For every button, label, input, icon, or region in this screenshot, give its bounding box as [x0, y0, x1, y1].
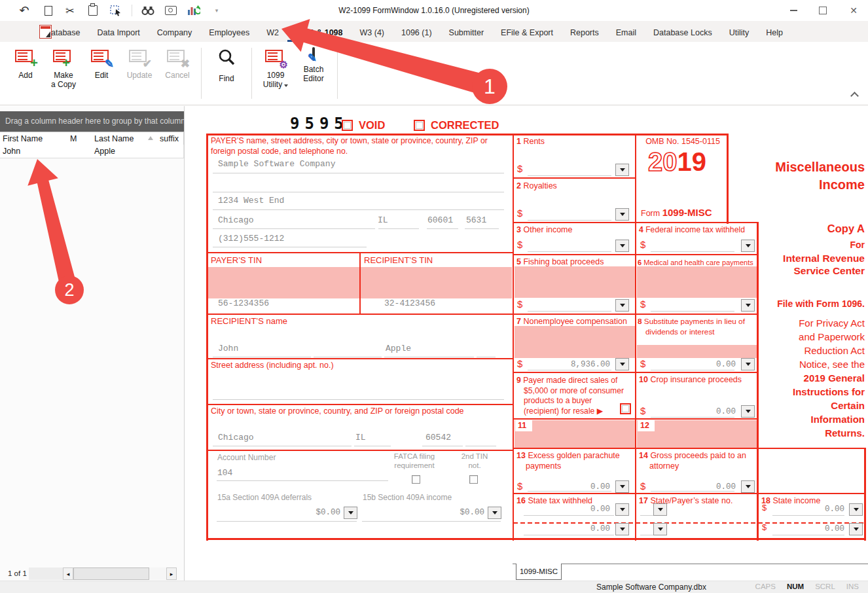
payer-name-value[interactable]: Sample Software Company [218, 159, 335, 169]
box16-dropdown-row2[interactable] [615, 523, 629, 535]
box8-dropdown[interactable] [741, 358, 755, 370]
recipient-tin-value[interactable]: 32-4123456 [384, 298, 435, 308]
tab-company[interactable]: Company [149, 23, 201, 42]
box1-dropdown[interactable] [615, 164, 629, 176]
utility-1099-button[interactable]: ⚙ 1099Utility [257, 46, 295, 89]
box5-dropdown[interactable] [615, 299, 629, 312]
payer-zip-value[interactable]: 60601 [427, 215, 453, 225]
payer-phone-value[interactable]: (312)555-1212 [218, 234, 284, 243]
box15a-value[interactable]: $0.00 [281, 508, 340, 517]
box18-dropdown-row2[interactable] [849, 523, 863, 535]
box15a-dropdown[interactable] [344, 507, 357, 519]
edit-button[interactable]: ✎ Edit [82, 46, 120, 80]
select-icon[interactable] [109, 3, 123, 18]
add-button[interactable]: + Add [7, 46, 45, 80]
copy-form-icon: + [53, 48, 74, 66]
navigator-scrollbar-thumb[interactable] [73, 567, 149, 580]
navigator-track[interactable] [149, 567, 166, 580]
privacy-notice: For Privacy Act and Paperwork Reduction … [760, 316, 865, 440]
corrected-checkbox[interactable] [414, 120, 425, 131]
box16-value-row2[interactable]: 0.00 [522, 524, 610, 533]
tab-email[interactable]: Email [607, 23, 645, 42]
box17-dropdown-row2[interactable] [653, 523, 667, 535]
box14-value[interactable]: 0.00 [647, 482, 736, 492]
box18-dropdown-row1[interactable] [849, 503, 863, 516]
box3-dropdown[interactable] [615, 240, 629, 252]
minimize-button[interactable] [778, 0, 808, 21]
tab-w3[interactable]: W3 (4) [352, 23, 393, 42]
void-checkbox[interactable] [342, 120, 353, 131]
recipient-state-value[interactable]: IL [355, 433, 366, 442]
tab-1096[interactable]: 1096 (1) [393, 23, 441, 42]
box4-dropdown[interactable] [741, 240, 755, 252]
box13-dropdown[interactable] [615, 480, 629, 493]
grid-cell-last-name[interactable]: Apple [92, 145, 158, 158]
box10-dropdown[interactable] [741, 405, 755, 418]
tab-submitter[interactable]: Submitter [441, 23, 493, 42]
payer-tin-value[interactable]: 56-1234356 [218, 298, 269, 308]
box18-value-row2[interactable]: 0.00 [778, 524, 844, 533]
maximize-button[interactable] [808, 0, 838, 21]
payer-zip4-value[interactable]: 5631 [466, 215, 486, 225]
payer-street-value[interactable]: 1234 West End [218, 196, 284, 206]
find-button[interactable]: Find [206, 46, 247, 83]
grid-cell-suffix[interactable] [157, 145, 184, 158]
close-button[interactable]: ✕ [839, 0, 868, 21]
group-by-hint[interactable]: Drag a column header here to group by th… [0, 111, 184, 132]
report-refresh-icon[interactable] [187, 3, 201, 18]
grid-cell-middle[interactable] [67, 145, 92, 158]
navigator-prev-button[interactable]: ◂ [63, 567, 73, 580]
recipient-last-name-value[interactable]: Apple [386, 344, 411, 353]
recipient-zip-value[interactable]: 60542 [425, 433, 451, 442]
box13-value[interactable]: 0.00 [522, 482, 610, 492]
tab-employees[interactable]: Employees [200, 23, 258, 42]
recipient-first-name-value[interactable]: John [218, 344, 238, 353]
tab-reports[interactable]: Reports [562, 23, 607, 42]
second-tin-checkbox[interactable] [469, 475, 478, 484]
batch-editor-button[interactable]: ✎ BatchEditor [295, 46, 333, 83]
box7-dropdown[interactable] [615, 358, 629, 370]
box16-value-row1[interactable]: 0.00 [522, 505, 610, 514]
camera-icon[interactable] [164, 3, 178, 18]
column-header-first-name[interactable]: First Name [0, 132, 68, 145]
column-header-middle[interactable]: M [67, 132, 92, 145]
payer-city-value[interactable]: Chicago [218, 215, 254, 225]
box18-value-row1[interactable]: 0.00 [778, 505, 844, 514]
grid-cell-first-name[interactable]: John [0, 145, 68, 158]
box2-dropdown[interactable] [615, 208, 629, 221]
tab-help[interactable]: Help [757, 23, 791, 42]
tab-1099-1098[interactable]: 1099 & 1098 [287, 23, 352, 42]
copy-icon[interactable] [40, 3, 54, 18]
binoculars-icon[interactable] [141, 3, 155, 18]
account-number-value[interactable]: 104 [217, 468, 232, 478]
box15b-dropdown[interactable] [488, 507, 501, 519]
box7-value[interactable]: 8,936.00 [522, 360, 610, 369]
tab-w2[interactable]: W2 [258, 23, 287, 42]
box10-value[interactable]: 0.00 [647, 407, 736, 416]
collapse-ribbon-button[interactable] [850, 90, 860, 99]
ins-indicator: INS [846, 583, 859, 590]
box14-dropdown[interactable] [741, 480, 755, 493]
app-menu-icon[interactable] [39, 25, 52, 39]
cut-icon[interactable]: ✂ [63, 3, 77, 18]
payer-block-label: PAYER’S name, street address, city or to… [211, 136, 511, 156]
doc-tab-1099-misc[interactable]: 1099-MISC [516, 564, 562, 580]
tab-data-import[interactable]: Data Import [89, 23, 149, 42]
column-header-suffix[interactable]: suffix [157, 132, 184, 145]
box16-dropdown-row1[interactable] [615, 503, 629, 516]
box8-value[interactable]: 0.00 [647, 360, 736, 369]
box17-dropdown-row1[interactable] [653, 503, 667, 516]
tab-database-locks[interactable]: Database Locks [645, 23, 721, 42]
tab-efile-export[interactable]: EFile & Export [492, 23, 562, 42]
navigator-next-button[interactable]: ▸ [166, 567, 177, 580]
fatca-checkbox[interactable] [412, 475, 420, 484]
tab-utility[interactable]: Utility [721, 23, 758, 42]
toolbar-overflow-icon[interactable]: ▾ [209, 3, 224, 18]
make-copy-button[interactable]: + Makea Copy [45, 46, 82, 89]
payer-state-value[interactable]: IL [378, 215, 388, 225]
box9-resale-checkbox[interactable] [620, 403, 631, 414]
recipient-city-value[interactable]: Chicago [218, 433, 254, 442]
undo-icon[interactable]: ↶ [17, 3, 31, 18]
paste-icon[interactable] [86, 3, 100, 18]
box15b-value[interactable]: $0.00 [425, 508, 484, 517]
